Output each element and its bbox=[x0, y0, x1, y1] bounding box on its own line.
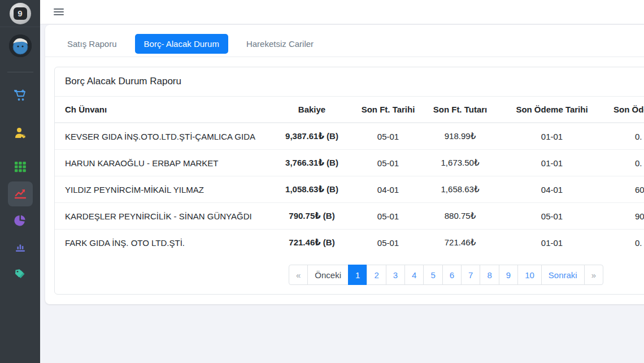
chart-line-icon bbox=[14, 187, 27, 201]
sidebar-item-pie-report[interactable] bbox=[8, 208, 33, 233]
cell-last-payment-amount: 600 bbox=[606, 176, 644, 203]
cell-balance: 790.75₺ (B) bbox=[269, 203, 354, 230]
col-header-bakiye: Bakiye bbox=[269, 97, 354, 123]
report-card: Borç Alacak Durum Raporu Ch Ünvanı Bakiy… bbox=[54, 67, 644, 295]
cell-last-payment-amount: 0. bbox=[606, 123, 644, 150]
cell-last-invoice-date: 05-01 bbox=[354, 230, 422, 256]
cell-last-payment-amount: 0. bbox=[606, 150, 644, 176]
cell-last-payment-date: 01-01 bbox=[498, 230, 606, 256]
pagination-page-2[interactable]: 2 bbox=[367, 265, 386, 285]
col-header-son-ft-tutari: Son Ft. Tutarı bbox=[422, 97, 498, 123]
tab-borc-alacak-durum[interactable]: Borç- Alacak Durum bbox=[135, 34, 228, 54]
brand-logo[interactable]: 9 bbox=[0, 0, 40, 27]
cell-balance: 721.46₺ (B) bbox=[269, 230, 354, 256]
tab-hareketsiz-cariler[interactable]: Hareketsiz Cariler bbox=[237, 34, 323, 54]
grid-icon bbox=[14, 161, 27, 173]
cell-last-payment-date: 04-01 bbox=[498, 176, 606, 203]
cart-plus-icon bbox=[14, 88, 27, 102]
user-avatar[interactable] bbox=[9, 34, 32, 57]
brand-logo-glyph: 9 bbox=[14, 7, 27, 20]
table-row: KEVSER GIDA İNŞ.OTO.LTD.ŞTİ-ÇAMLICA GIDA… bbox=[55, 123, 644, 150]
pagination-page-6[interactable]: 6 bbox=[442, 265, 462, 285]
cell-last-invoice-amount: 1,673.50₺ bbox=[422, 150, 498, 176]
pagination-page-1[interactable]: 1 bbox=[348, 265, 367, 285]
pagination-page-5[interactable]: 5 bbox=[423, 265, 442, 285]
col-header-son-odeme-tutari: Son Öde bbox=[606, 97, 644, 123]
sidebar: 9 bbox=[0, 0, 40, 363]
cell-last-payment-amount: 0. bbox=[606, 230, 644, 256]
cell-last-invoice-amount: 721.46₺ bbox=[422, 230, 498, 256]
cell-title: HARUN KARAOĞLU - ERBAP MARKET bbox=[55, 150, 269, 176]
sidebar-item-sales[interactable] bbox=[8, 83, 33, 107]
cell-last-invoice-date: 04-01 bbox=[354, 176, 422, 203]
cell-last-invoice-amount: 1,658.63₺ bbox=[422, 176, 498, 203]
menu-toggle-icon[interactable] bbox=[54, 7, 64, 17]
cell-title: KEVSER GIDA İNŞ.OTO.LTD.ŞTİ-ÇAMLICA GIDA bbox=[55, 123, 269, 150]
pagination-first[interactable]: « bbox=[289, 265, 308, 285]
pagination-page-10[interactable]: 10 bbox=[517, 265, 542, 285]
sidebar-item-tags[interactable] bbox=[8, 261, 33, 286]
pagination-next[interactable]: Sonraki bbox=[541, 265, 585, 285]
cell-last-payment-date: 01-01 bbox=[498, 150, 606, 176]
pagination-prev[interactable]: Önceki bbox=[307, 265, 349, 285]
col-header-son-ft-tarihi: Son Ft. Tarihi bbox=[354, 97, 422, 123]
cell-balance: 3,766.31₺ (B) bbox=[269, 150, 354, 176]
avatar-image bbox=[9, 34, 32, 57]
sidebar-item-reports[interactable] bbox=[8, 182, 33, 206]
cell-last-invoice-amount: 880.75₺ bbox=[422, 203, 498, 230]
col-header-son-odeme-tarihi: Son Ödeme Tarihi bbox=[498, 97, 606, 123]
cell-title: FARK GIDA İNŞ. OTO LTD.ŞTİ. bbox=[55, 230, 269, 256]
cell-title: KARDEŞLER PEYNİRCİLİK - SİNAN GÜNYAĞDI bbox=[55, 203, 269, 230]
user-tag-icon bbox=[14, 126, 27, 140]
sidebar-nav bbox=[8, 83, 33, 286]
cell-balance: 1,058.63₺ (B) bbox=[269, 176, 354, 203]
cell-last-invoice-date: 05-01 bbox=[354, 150, 422, 176]
table-row: HARUN KARAOĞLU - ERBAP MARKET 3,766.31₺ … bbox=[55, 150, 644, 176]
cell-last-payment-date: 05-01 bbox=[498, 203, 606, 230]
table-row: YILDIZ PEYNİRCİM-MİKAİL YILMAZ 1,058.63₺… bbox=[55, 176, 644, 203]
pagination-last[interactable]: » bbox=[584, 265, 603, 285]
main-panel: Satış Raporu Borç- Alacak Durum Harekets… bbox=[45, 25, 644, 304]
report-tabs: Satış Raporu Borç- Alacak Durum Harekets… bbox=[45, 25, 644, 57]
sidebar-item-products[interactable] bbox=[8, 154, 33, 179]
tags-icon bbox=[13, 267, 27, 281]
sidebar-item-customers[interactable] bbox=[8, 120, 33, 145]
cell-title: YILDIZ PEYNİRCİM-MİKAİL YILMAZ bbox=[55, 176, 269, 203]
brand-logo-circle: 9 bbox=[10, 3, 31, 24]
cell-last-invoice-date: 05-01 bbox=[354, 123, 422, 150]
cell-last-invoice-date: 05-01 bbox=[354, 203, 422, 230]
pagination-page-3[interactable]: 3 bbox=[386, 265, 405, 285]
pie-chart-icon bbox=[14, 214, 27, 227]
sidebar-divider bbox=[7, 72, 33, 72]
table-row: FARK GIDA İNŞ. OTO LTD.ŞTİ. 721.46₺ (B) … bbox=[55, 230, 644, 256]
cell-balance: 9,387.61₺ (B) bbox=[269, 123, 354, 150]
bar-chart-icon bbox=[14, 240, 27, 254]
sidebar-item-bar-report[interactable] bbox=[8, 235, 33, 260]
pagination-page-4[interactable]: 4 bbox=[404, 265, 424, 285]
pagination: « Önceki 1 2 3 4 5 6 7 8 9 10 Sonraki » bbox=[55, 256, 644, 294]
report-table: Ch Ünvanı Bakiye Son Ft. Tarihi Son Ft. … bbox=[55, 97, 644, 256]
top-navbar bbox=[40, 0, 644, 24]
pagination-page-8[interactable]: 8 bbox=[480, 265, 499, 285]
pagination-page-7[interactable]: 7 bbox=[461, 265, 480, 285]
cell-last-invoice-amount: 918.99₺ bbox=[422, 123, 498, 150]
cell-last-payment-date: 01-01 bbox=[498, 123, 606, 150]
page-title: Borç Alacak Durum Raporu bbox=[55, 67, 644, 97]
pagination-page-9[interactable]: 9 bbox=[499, 265, 518, 285]
cell-last-payment-amount: 90 bbox=[606, 203, 644, 230]
table-header-row: Ch Ünvanı Bakiye Son Ft. Tarihi Son Ft. … bbox=[55, 97, 644, 123]
col-header-ch-unvani: Ch Ünvanı bbox=[55, 97, 269, 123]
table-row: KARDEŞLER PEYNİRCİLİK - SİNAN GÜNYAĞDI 7… bbox=[55, 203, 644, 230]
tab-satis-raporu[interactable]: Satış Raporu bbox=[58, 34, 126, 54]
